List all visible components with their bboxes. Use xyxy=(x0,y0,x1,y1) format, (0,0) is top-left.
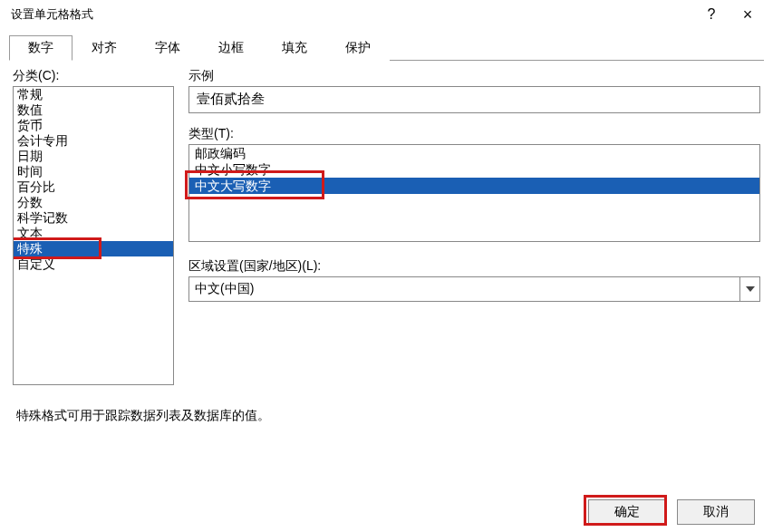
category-item[interactable]: 数值 xyxy=(14,102,173,118)
type-label: 类型(T): xyxy=(188,126,760,142)
category-label: 分类(C): xyxy=(13,68,174,84)
chevron-down-icon[interactable] xyxy=(739,277,759,301)
title-bar: 设置单元格格式 ? × xyxy=(0,0,773,29)
category-item[interactable]: 文本 xyxy=(14,226,173,241)
tab-3[interactable]: 边框 xyxy=(199,35,263,61)
tab-4[interactable]: 填充 xyxy=(263,35,326,61)
category-item[interactable]: 科学记数 xyxy=(14,210,173,226)
help-icon[interactable]: ? xyxy=(693,6,730,23)
tab-1[interactable]: 对齐 xyxy=(72,35,136,61)
button-row: 确定 取消 xyxy=(588,499,755,525)
category-item[interactable]: 货币 xyxy=(14,118,173,133)
category-item[interactable]: 自定义 xyxy=(14,256,173,272)
category-item[interactable]: 分数 xyxy=(14,195,173,210)
tab-0[interactable]: 数字 xyxy=(9,35,72,61)
description-text: 特殊格式可用于跟踪数据列表及数据库的值。 xyxy=(16,408,270,424)
type-item[interactable]: 中文大写数字 xyxy=(189,178,759,194)
category-item[interactable]: 常规 xyxy=(14,87,173,102)
type-listbox[interactable]: 邮政编码中文小写数字中文大写数字 xyxy=(188,144,760,242)
category-item[interactable]: 时间 xyxy=(14,164,173,179)
tab-bar: 数字对齐字体边框填充保护 xyxy=(9,34,764,61)
ok-button[interactable]: 确定 xyxy=(588,499,666,525)
locale-value: 中文(中国) xyxy=(195,281,254,297)
type-item[interactable]: 中文小写数字 xyxy=(189,161,759,178)
locale-label: 区域设置(国家/地区)(L): xyxy=(188,258,760,275)
close-icon[interactable]: × xyxy=(730,5,766,24)
category-item[interactable]: 会计专用 xyxy=(14,133,173,149)
category-item[interactable]: 日期 xyxy=(14,149,173,164)
locale-select[interactable]: 中文(中国) xyxy=(188,276,760,302)
tab-2[interactable]: 字体 xyxy=(136,35,199,61)
type-item[interactable]: 邮政编码 xyxy=(189,145,759,161)
tab-5[interactable]: 保护 xyxy=(326,35,390,61)
cancel-button[interactable]: 取消 xyxy=(677,499,755,525)
window-title: 设置单元格格式 xyxy=(11,6,693,23)
sample-label: 示例 xyxy=(188,68,760,84)
category-listbox[interactable]: 常规数值货币会计专用日期时间百分比分数科学记数文本特殊自定义 xyxy=(13,86,174,385)
sample-display: 壹佰贰拾叁 xyxy=(188,86,760,113)
category-item[interactable]: 百分比 xyxy=(14,179,173,195)
category-item[interactable]: 特殊 xyxy=(14,241,173,256)
